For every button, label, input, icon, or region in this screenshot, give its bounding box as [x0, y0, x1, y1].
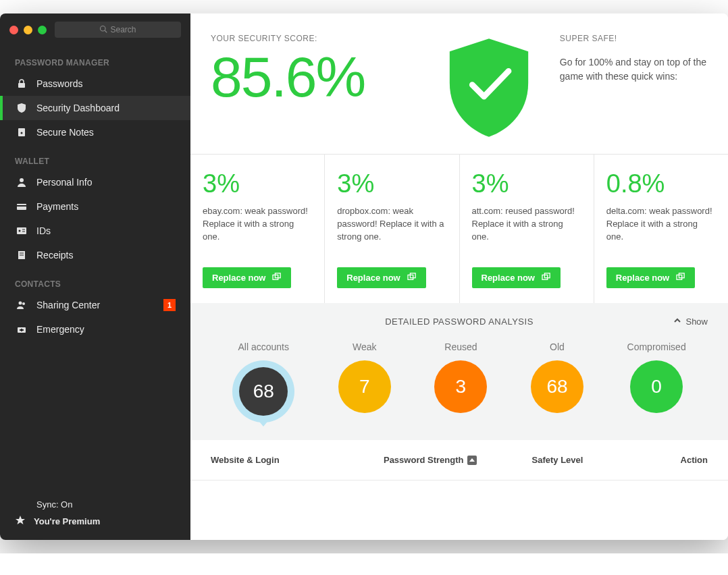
tip-text: delta.com: weak password! Replace it wit…	[606, 205, 716, 256]
tip-text: ebay.com: weak password! Replace it with…	[203, 205, 312, 256]
bubble-value: 7	[338, 360, 391, 413]
external-icon	[272, 273, 282, 283]
tip-percent: 3%	[337, 169, 446, 198]
svg-point-5	[20, 178, 24, 182]
shield-graphic	[432, 34, 546, 142]
premium-status: You're Premium	[15, 515, 176, 528]
svg-rect-8	[17, 227, 26, 234]
sidebar-section-title: CONTACTS	[0, 267, 190, 293]
replace-now-button[interactable]: Replace now	[337, 267, 425, 288]
analysis-title: DETAILED PASSWORD ANALYSIS	[211, 317, 708, 327]
marker-icon	[257, 418, 270, 427]
bubble-label: Weak	[338, 341, 391, 352]
safe-text: Go for 100% and stay on top of the game …	[560, 55, 708, 84]
svg-point-4	[21, 132, 23, 134]
id-icon	[15, 224, 28, 238]
col-safety-level[interactable]: Safety Level	[500, 455, 615, 465]
bubble-weak[interactable]: Weak 7	[338, 341, 391, 422]
emergency-icon	[15, 323, 28, 336]
sidebar-item-label: IDs	[36, 225, 51, 236]
bubble-value: 68	[531, 360, 583, 413]
app-window: Search PASSWORD MANAGER Passwords Securi…	[0, 13, 728, 540]
bubble-label: Old	[531, 341, 583, 352]
sidebar-section-title: WALLET	[0, 144, 190, 170]
bubble-old[interactable]: Old 68	[531, 341, 583, 422]
svg-point-16	[22, 302, 25, 305]
sidebar-item-label: Emergency	[36, 324, 84, 335]
window-controls	[9, 26, 47, 34]
analysis-bubbles: All accounts 68 Weak 7 Reused 3 Old 68	[211, 341, 708, 422]
titlebar: Search	[0, 13, 190, 46]
analysis-show-toggle[interactable]: Show	[673, 317, 708, 327]
external-icon	[676, 273, 685, 283]
star-icon	[15, 515, 26, 528]
card-icon	[15, 200, 28, 213]
replace-now-button[interactable]: Replace now	[606, 267, 695, 288]
table-header: Website & Login Password Strength Safety…	[190, 440, 728, 481]
col-action[interactable]: Action	[615, 455, 708, 465]
main-content: YOUR SECURITY SCORE: 85.6% SUPER SAFE! G…	[190, 13, 728, 540]
tip-card: 3% ebay.com: weak password! Replace it w…	[190, 155, 325, 303]
sidebar-item-sharing-center[interactable]: Sharing Center 1	[0, 293, 190, 317]
tip-card: 0.8% delta.com: weak password! Replace i…	[594, 155, 728, 303]
bubble-label: Compromised	[627, 341, 686, 352]
sidebar-item-label: Security Dashboard	[36, 103, 120, 113]
tip-percent: 0.8%	[606, 169, 716, 198]
sidebar-item-label: Passwords	[36, 78, 82, 89]
sidebar-item-label: Payments	[36, 201, 78, 212]
svg-line-1	[105, 30, 107, 32]
sidebar-item-personal-info[interactable]: Personal Info	[0, 170, 190, 194]
svg-point-0	[101, 26, 106, 31]
sidebar-item-passwords[interactable]: Passwords	[0, 72, 190, 96]
col-website-login[interactable]: Website & Login	[211, 455, 361, 465]
tip-text: dropbox.com: weak password! Replace it w…	[337, 205, 446, 256]
note-icon	[15, 126, 28, 139]
svg-rect-7	[17, 205, 26, 207]
bubble-value: 3	[434, 360, 487, 413]
sidebar-item-label: Sharing Center	[36, 300, 100, 310]
sidebar-item-secure-notes[interactable]: Secure Notes	[0, 120, 190, 144]
sidebar-section-title: PASSWORD MANAGER	[0, 46, 190, 72]
sync-status: Sync: On	[15, 499, 176, 510]
tip-percent: 3%	[203, 169, 312, 198]
sidebar-item-receipts[interactable]: Receipts	[0, 243, 190, 267]
shield-icon	[15, 101, 28, 115]
search-icon	[99, 25, 107, 35]
sidebar-item-label: Receipts	[36, 250, 73, 261]
minimize-window-button[interactable]	[24, 26, 32, 34]
tip-card: 3% att.com: reused password! Replace it …	[460, 155, 594, 303]
sidebar-item-security-dashboard[interactable]: Security Dashboard	[0, 96, 190, 120]
notification-badge: 1	[163, 299, 176, 311]
replace-now-button[interactable]: Replace now	[203, 267, 291, 288]
button-label: Replace now	[212, 273, 265, 283]
sidebar-item-emergency[interactable]: Emergency	[0, 317, 190, 341]
lock-icon	[15, 77, 28, 90]
button-label: Replace now	[616, 273, 669, 283]
sidebar-footer: Sync: On You're Premium	[0, 487, 190, 540]
score-value: 85.6%	[211, 49, 418, 105]
bubble-reused[interactable]: Reused 3	[434, 341, 487, 422]
external-icon	[407, 273, 417, 283]
maximize-window-button[interactable]	[38, 26, 47, 34]
tip-card: 3% dropbox.com: weak password! Replace i…	[325, 155, 459, 303]
chevron-up-icon	[673, 317, 681, 327]
svg-point-9	[19, 230, 21, 232]
sidebar-item-payments[interactable]: Payments	[0, 194, 190, 219]
score-panel: YOUR SECURITY SCORE: 85.6% SUPER SAFE! G…	[190, 13, 728, 154]
search-input[interactable]: Search	[55, 22, 181, 38]
col-password-strength[interactable]: Password Strength	[361, 455, 500, 465]
safe-label: SUPER SAFE!	[560, 34, 708, 43]
button-label: Replace now	[482, 273, 535, 283]
replace-now-button[interactable]: Replace now	[472, 267, 561, 288]
premium-label: You're Premium	[34, 516, 100, 526]
sidebar-item-ids[interactable]: IDs	[0, 219, 190, 243]
sidebar-item-label: Personal Info	[36, 177, 93, 188]
bubble-compromised[interactable]: Compromised 0	[627, 341, 686, 422]
analysis-panel: DETAILED PASSWORD ANALYSIS Show All acco…	[190, 303, 728, 440]
bubble-value: 68	[239, 367, 288, 416]
bubble-label: All accounts	[232, 341, 294, 352]
svg-rect-6	[17, 204, 26, 210]
person-icon	[15, 175, 28, 189]
close-window-button[interactable]	[9, 26, 18, 34]
bubble-all-accounts[interactable]: All accounts 68	[232, 341, 294, 422]
